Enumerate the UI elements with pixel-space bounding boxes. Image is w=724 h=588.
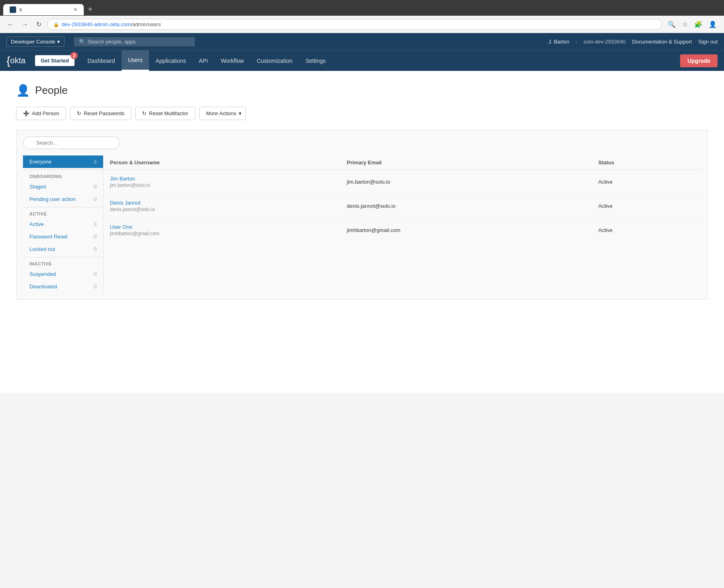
two-col-layout: Everyone 3 ONBOARDING Staged 0 Pending u…: [23, 155, 701, 293]
user-person-cell: Denis Jannot denis.jannot@solo.io: [103, 194, 340, 218]
tab-favicon: [10, 6, 16, 13]
topbar-search[interactable]: 🔍 Search people, apps: [74, 37, 195, 46]
get-started-label: Get Started: [41, 58, 69, 64]
filter-suspended-label: Suspended: [29, 271, 56, 277]
active-section-header: ACTIVE: [23, 207, 103, 218]
sidebar-filters: Everyone 3 ONBOARDING Staged 0 Pending u…: [23, 155, 103, 293]
okta-logo: { okta: [6, 54, 25, 67]
active-tab[interactable]: s ✕: [3, 4, 84, 15]
reset-multifactor-button[interactable]: ↻ Reset Multifactor: [135, 107, 195, 120]
nav-dashboard[interactable]: Dashboard: [81, 50, 122, 71]
search-wrap: 🔍: [23, 137, 120, 149]
users-table: Person & Username Primary Email Status J…: [103, 155, 701, 242]
user-email-cell: jimhbarton@gmail.com: [340, 218, 592, 242]
browser-chrome: s ✕ + ← → ↻ 🔒 dev-2933640-admin.okta.com…: [0, 0, 724, 33]
address-bar[interactable]: 🔒 dev-2933640-admin.okta.com/admin/users: [47, 19, 662, 30]
nav-applications[interactable]: Applications: [149, 50, 192, 71]
filter-password-reset[interactable]: Password Reset 0: [23, 230, 103, 243]
user-name-link[interactable]: Jim Barton: [110, 176, 334, 182]
more-actions-button[interactable]: More Actions ▾: [199, 107, 246, 120]
filter-table-area: 🔍 Everyone 3 ONBOARDING Staged 0 Pending…: [16, 130, 708, 300]
filter-pending-user-action[interactable]: Pending user action 0: [23, 193, 103, 205]
user-person-cell: User One jimhbarton@gmail.com: [103, 218, 340, 242]
dev-console-chevron: ▾: [57, 39, 60, 45]
back-button[interactable]: ←: [5, 19, 16, 30]
filter-everyone-count: 3: [94, 159, 97, 165]
user-name-link[interactable]: User One: [110, 224, 334, 230]
people-search-input[interactable]: [23, 137, 120, 149]
filter-pending-count: 0: [94, 196, 97, 202]
filter-staged-count: 0: [94, 184, 97, 190]
filter-suspended-count: 0: [94, 271, 97, 277]
page-title: People: [35, 84, 68, 97]
logo-brace: {: [6, 54, 10, 67]
filter-suspended[interactable]: Suspended 0: [23, 268, 103, 280]
table-header-row: Person & Username Primary Email Status: [103, 155, 701, 170]
filter-pending-label: Pending user action: [29, 196, 76, 202]
forward-button[interactable]: →: [19, 19, 31, 30]
bookmark-icon-btn[interactable]: ☆: [680, 19, 690, 30]
tab-close-btn[interactable]: ✕: [73, 7, 77, 12]
filter-active[interactable]: Active 3: [23, 218, 103, 230]
add-person-button[interactable]: ➕ Add Person: [16, 107, 66, 120]
filter-locked-out-label: Locked out: [29, 246, 55, 252]
table-row: User One jimhbarton@gmail.com jimhbarton…: [103, 218, 701, 242]
nav-settings[interactable]: Settings: [299, 50, 332, 71]
dev-console-button[interactable]: Developer Console ▾: [6, 37, 64, 47]
add-person-label: Add Person: [32, 110, 59, 116]
topbar-signout[interactable]: Sign out: [698, 39, 718, 45]
topbar-search-icon: 🔍: [79, 39, 85, 45]
people-icon: 👤: [16, 84, 30, 97]
filter-everyone-label: Everyone: [29, 159, 52, 165]
user-username: denis.jannot@solo.io: [110, 207, 334, 212]
user-email-cell: jim.barton@solo.io: [340, 170, 592, 194]
reset-passwords-button[interactable]: ↻ Reset Passwords: [70, 107, 131, 120]
nav-workflow[interactable]: Workflow: [214, 50, 250, 71]
user-person-cell: Jim Barton jim.barton@solo.io: [103, 170, 340, 194]
addressbar-icons: 🔍 ☆ 🧩 👤: [665, 19, 719, 30]
filter-active-label: Active: [29, 221, 43, 227]
tab-title: s: [19, 6, 22, 12]
topbar-username: J. Barton: [548, 39, 569, 45]
reset-multifactor-icon: ↻: [142, 110, 147, 116]
extensions-icon-btn[interactable]: 🧩: [692, 19, 705, 30]
new-tab-button[interactable]: +: [85, 3, 96, 16]
topbar-tenant: solo-dev-2933640: [583, 39, 625, 45]
url-display: dev-2933640-admin.okta.com/admin/users: [62, 21, 161, 27]
refresh-button[interactable]: ↻: [34, 19, 44, 30]
okta-navbar: { okta Get Started 2 Dashboard Users App…: [0, 50, 724, 71]
nav-users[interactable]: Users: [122, 50, 149, 71]
main-nav: Dashboard Users Applications API Workflo…: [81, 50, 332, 71]
upgrade-button[interactable]: Upgrade: [680, 54, 718, 67]
col-primary-email: Primary Email: [340, 155, 592, 170]
more-actions-label: More Actions: [206, 110, 236, 116]
filter-locked-out[interactable]: Locked out 0: [23, 243, 103, 255]
search-icon-btn[interactable]: 🔍: [665, 19, 678, 30]
reset-passwords-icon: ↻: [77, 110, 81, 116]
filter-deactivated[interactable]: Deactivated 0: [23, 280, 103, 293]
table-row: Denis Jannot denis.jannot@solo.io denis.…: [103, 194, 701, 218]
filter-everyone[interactable]: Everyone 3: [23, 155, 103, 168]
filter-password-reset-count: 0: [94, 234, 97, 240]
user-status-cell: Active: [592, 194, 701, 218]
browser-tabs: s ✕ +: [0, 0, 724, 16]
filter-deactivated-count: 0: [94, 284, 97, 290]
get-started-badge: 2: [70, 52, 78, 59]
profile-icon-btn[interactable]: 👤: [706, 19, 719, 30]
get-started-button[interactable]: Get Started 2: [35, 55, 74, 66]
lock-icon: 🔒: [53, 22, 59, 27]
user-name-link[interactable]: Denis Jannot: [110, 200, 334, 206]
nav-customization[interactable]: Customization: [250, 50, 299, 71]
topbar-docs-link[interactable]: Documentation & Support: [632, 39, 692, 45]
onboarding-section-header: ONBOARDING: [23, 170, 103, 180]
filter-staged[interactable]: Staged 0: [23, 180, 103, 193]
action-buttons: ➕ Add Person ↻ Reset Passwords ↻ Reset M…: [16, 107, 708, 120]
more-actions-chevron: ▾: [239, 110, 242, 116]
table-row: Jim Barton jim.barton@solo.io jim.barton…: [103, 170, 701, 194]
filter-locked-out-count: 0: [94, 246, 97, 252]
dev-console-label: Developer Console: [11, 39, 56, 45]
col-status: Status: [592, 155, 701, 170]
filter-deactivated-label: Deactivated: [29, 284, 57, 290]
filter-staged-label: Staged: [29, 184, 46, 190]
nav-api[interactable]: API: [192, 50, 215, 71]
